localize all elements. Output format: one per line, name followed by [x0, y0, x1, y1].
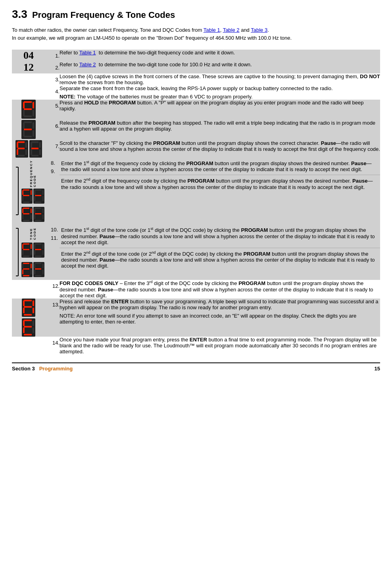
- step-10-text: Enter the 1st digit of the tone code (or…: [60, 224, 380, 248]
- step-row-10: TONECODE: [12, 224, 380, 280]
- step-2-text: Refer to Table 2 to determine the two-di…: [60, 62, 380, 73]
- freq-bracket-svg: [13, 165, 20, 217]
- intro-text-1: To match other radios, the owner can sel…: [12, 27, 204, 33]
- svg-rect-7: [24, 116, 32, 117]
- svg-rect-22: [25, 149, 27, 155]
- step-9-text: Enter the 2nd digit of the frequency cod…: [60, 175, 380, 193]
- svg-rect-66: [35, 220, 41, 221]
- freq-d4: [33, 207, 44, 222]
- svg-rect-3: [33, 102, 34, 108]
- intro-text-2: ,: [220, 27, 223, 33]
- step-row-2: 12 2. Refer to Table 2 to determine the …: [12, 62, 380, 73]
- tone-bracket-svg: [13, 226, 20, 278]
- svg-rect-90: [23, 268, 29, 270]
- tone-display-2: [21, 262, 44, 277]
- svg-rect-56: [22, 214, 23, 219]
- svg-rect-1: [24, 101, 32, 103]
- step-8-9-icon-cell: FREQUENCYCODE: [12, 158, 45, 224]
- svg-rect-31: [31, 155, 38, 156]
- step-2-icon: 12: [12, 62, 45, 73]
- svg-rect-95: [35, 268, 41, 270]
- step1-table1-link[interactable]: Table 1: [79, 50, 96, 56]
- svg-rect-107: [23, 308, 25, 313]
- step2-table2-link[interactable]: Table 2: [79, 62, 96, 67]
- svg-rect-2: [23, 102, 25, 108]
- step13-seg2: [22, 318, 35, 337]
- svg-rect-13: [23, 130, 25, 137]
- step-4-icon: [12, 85, 45, 100]
- footer-page: 15: [375, 366, 380, 372]
- step-7-num: 7.: [51, 140, 60, 158]
- step-6-text: Release the PROGRAM button after the bee…: [60, 120, 380, 140]
- step-2-num: 2.: [51, 62, 60, 73]
- svg-rect-98: [42, 264, 44, 268]
- step4-note: NOTE: The voltage of the batteries must …: [60, 94, 380, 100]
- svg-rect-37: [22, 190, 23, 195]
- freq-display-2: [21, 207, 44, 222]
- step4-p1: Separate the case front from the case ba…: [60, 85, 380, 91]
- svg-rect-50: [35, 202, 41, 203]
- svg-rect-60: [35, 213, 41, 214]
- step-row-3: 3. Loosen the (4) captive screws in the …: [12, 73, 380, 85]
- step-1-text: Refer to Table 1 to determine the two-di…: [60, 50, 380, 62]
- footer-left: Section 3 Programming: [12, 366, 73, 372]
- step-row-8: FREQUENCYCODE: [12, 158, 380, 224]
- step-5-text: Press and HOLD the PROGRAM button. A "P"…: [60, 100, 380, 120]
- svg-rect-9: [24, 121, 32, 123]
- svg-rect-28: [31, 148, 38, 149]
- freq-d2: [33, 189, 44, 204]
- svg-rect-40: [22, 196, 23, 201]
- svg-rect-88: [22, 264, 23, 268]
- svg-rect-64: [34, 214, 35, 219]
- step-row-6: 6. Release the PROGRAM button after the …: [12, 120, 380, 140]
- svg-rect-97: [34, 264, 35, 268]
- svg-rect-5: [23, 110, 25, 116]
- step-row-12: 12. FOR DQC CODES ONLY – Enter the 3rd d…: [12, 280, 380, 298]
- step-1-num: 1.: [51, 50, 60, 62]
- svg-rect-41: [31, 196, 32, 201]
- freq-display-1: [21, 189, 44, 204]
- title-row: 3.3 Program Frequency & Tone Codes: [12, 8, 380, 21]
- step-1-display: 04: [23, 50, 34, 61]
- svg-rect-93: [23, 275, 29, 276]
- step-14-icon: [12, 337, 45, 355]
- svg-rect-15: [24, 136, 32, 137]
- svg-rect-72: [22, 244, 23, 249]
- tone-displays: TONECODE: [21, 224, 45, 280]
- step-3-icon: [12, 73, 45, 85]
- table3-link[interactable]: Table 3: [251, 27, 267, 33]
- svg-rect-103: [24, 300, 32, 301]
- footer-programming: Programming: [39, 366, 73, 372]
- freq-d3: [21, 207, 33, 222]
- step-11-num: 11.: [51, 233, 60, 241]
- section-title: Program Frequency & Tone Codes: [32, 10, 175, 20]
- svg-rect-82: [42, 244, 44, 249]
- svg-rect-111: [24, 320, 32, 321]
- svg-rect-58: [23, 220, 29, 221]
- tone-d1: [21, 243, 33, 258]
- tone-code-label: TONECODE: [29, 227, 37, 240]
- table2-link[interactable]: Table 2: [223, 27, 240, 33]
- intro-text-3: and: [240, 27, 251, 33]
- step7-hyphen: [29, 140, 42, 158]
- step-12-icon: [12, 280, 45, 298]
- step-3-text: Loosen the (4) captive screws in the fro…: [60, 73, 380, 85]
- footer-section-word: Section 3: [12, 366, 35, 372]
- svg-rect-100: [42, 270, 44, 274]
- step-8-num: 8.: [51, 158, 60, 166]
- step-10-11-icon-cell: TONECODE: [12, 224, 45, 280]
- svg-rect-21: [17, 149, 18, 155]
- svg-rect-108: [33, 308, 34, 313]
- svg-rect-42: [23, 202, 29, 203]
- table1-link[interactable]: Table 1: [204, 27, 220, 33]
- svg-rect-74: [23, 249, 29, 250]
- svg-rect-18: [17, 142, 18, 148]
- svg-rect-75: [22, 250, 23, 255]
- svg-rect-81: [34, 244, 35, 249]
- step6-seg-display: [21, 120, 36, 139]
- section-number: 3.3: [12, 8, 27, 21]
- svg-rect-83: [34, 250, 35, 255]
- svg-rect-47: [42, 190, 44, 195]
- step13-p1: Press and release the ENTER button to sa…: [60, 299, 380, 310]
- step-10-num: 10.: [51, 224, 60, 233]
